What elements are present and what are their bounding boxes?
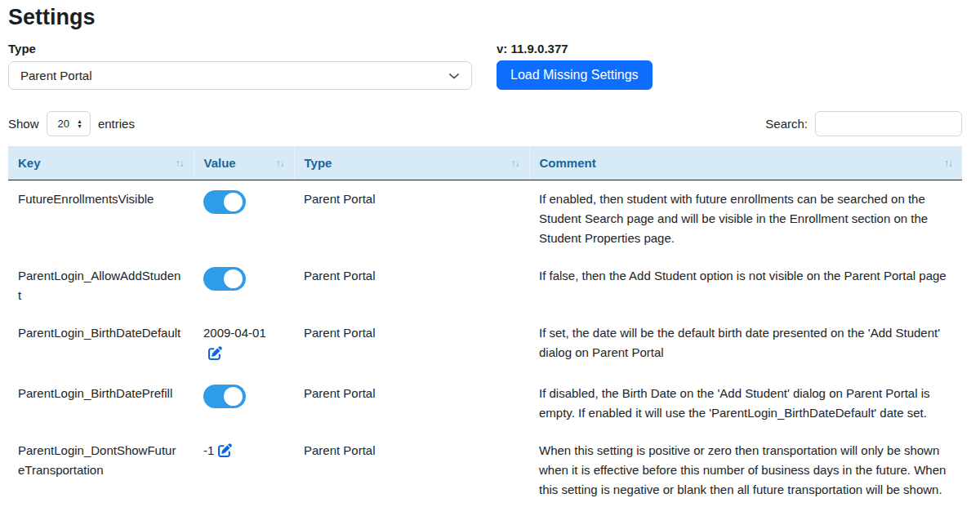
setting-type: Parent Portal	[294, 257, 529, 314]
setting-key: FutureEnrollmentsVisible	[8, 180, 194, 258]
settings-table: Key↑↓ Value↑↓ Type↑↓ Comment↑↓ FutureEnr…	[8, 146, 962, 509]
search-input[interactable]	[815, 111, 962, 136]
search-wrap: Search:	[765, 111, 962, 136]
table-row: ParentLogin_BirthDatePrefill Parent Port…	[8, 375, 962, 432]
setting-value-text: -1	[203, 443, 214, 457]
setting-key: ParentLogin_BirthDateDefault	[8, 314, 194, 375]
type-filter: Type Parent Portal	[8, 42, 472, 90]
sort-icon[interactable]: ↑↓	[511, 158, 519, 169]
sort-icon[interactable]: ↑↓	[276, 158, 284, 169]
setting-key: ParentLogin_AllowAddStudent	[8, 257, 194, 314]
setting-type: Parent Portal	[294, 375, 529, 432]
table-row: ParentLogin_DontShowFutureTransportation…	[8, 432, 962, 509]
setting-value-cell	[194, 180, 294, 258]
column-header-key[interactable]: Key↑↓	[8, 146, 194, 180]
filter-row: Type Parent Portal v: 11.9.0.377 Load Mi…	[8, 42, 962, 90]
type-select[interactable]: Parent Portal	[8, 61, 472, 90]
type-label: Type	[8, 42, 472, 56]
setting-comment: When this setting is positive or zero th…	[529, 432, 962, 509]
table-row: ParentLogin_BirthDateDefault 2009-04-01 …	[8, 314, 962, 375]
edit-icon[interactable]	[208, 346, 222, 360]
table-controls: Show 20 ▲▼ entries Search:	[8, 111, 962, 136]
column-header-comment-label: Comment	[540, 156, 596, 170]
setting-value-cell	[194, 375, 294, 432]
toggle-on-switch[interactable]	[203, 190, 246, 214]
edit-icon[interactable]	[218, 443, 232, 457]
sort-icon[interactable]: ↑↓	[176, 158, 184, 169]
entries-length-select[interactable]: 20 ▲▼	[47, 111, 91, 136]
entries-label: entries	[98, 117, 135, 131]
setting-value-cell	[194, 257, 294, 314]
search-label: Search:	[765, 117, 808, 131]
setting-value-cell: 2009-04-01	[194, 314, 294, 375]
table-header-row: Key↑↓ Value↑↓ Type↑↓ Comment↑↓	[8, 146, 962, 180]
settings-page: Settings Type Parent Portal v: 11.9.0.37…	[0, 0, 970, 509]
toggle-on-switch[interactable]	[203, 385, 246, 408]
table-row: FutureEnrollmentsVisible Parent Portal I…	[8, 180, 962, 258]
column-header-type-label: Type	[305, 156, 332, 170]
setting-key: ParentLogin_BirthDatePrefill	[8, 375, 194, 432]
type-select-value: Parent Portal	[20, 69, 92, 82]
setting-comment: If false, then the Add Student option is…	[529, 257, 962, 314]
entries-select-value: 20	[58, 118, 69, 130]
column-header-value[interactable]: Value↑↓	[194, 146, 294, 180]
show-label: Show	[8, 117, 39, 131]
setting-type: Parent Portal	[294, 432, 529, 509]
chevron-down-icon	[448, 70, 460, 82]
setting-comment: If enabled, then student with future enr…	[529, 180, 962, 258]
column-header-comment[interactable]: Comment↑↓	[529, 146, 962, 180]
column-header-type[interactable]: Type↑↓	[294, 146, 529, 180]
toggle-on-switch[interactable]	[203, 267, 246, 291]
updown-arrows-icon: ▲▼	[77, 119, 82, 129]
table-row: ParentLogin_AllowAddStudent Parent Porta…	[8, 257, 962, 314]
setting-comment: If set, the date will be the default bir…	[529, 314, 962, 375]
setting-comment: If disabled, the Birth Date on the 'Add …	[529, 375, 962, 432]
setting-value-cell: -1	[194, 432, 294, 509]
setting-type: Parent Portal	[294, 180, 529, 258]
sort-icon[interactable]: ↑↓	[944, 158, 952, 169]
setting-key: ParentLogin_DontShowFutureTransportation	[8, 432, 194, 509]
page-title: Settings	[8, 5, 962, 30]
load-missing-settings-button[interactable]: Load Missing Settings	[497, 60, 653, 90]
setting-value-text: 2009-04-01	[203, 326, 266, 340]
column-header-key-label: Key	[18, 156, 41, 170]
version-and-load: v: 11.9.0.377 Load Missing Settings	[497, 42, 653, 90]
setting-type: Parent Portal	[294, 314, 529, 375]
column-header-value-label: Value	[204, 156, 236, 170]
show-entries: Show 20 ▲▼ entries	[8, 111, 135, 136]
version-label: v: 11.9.0.377	[497, 42, 653, 56]
